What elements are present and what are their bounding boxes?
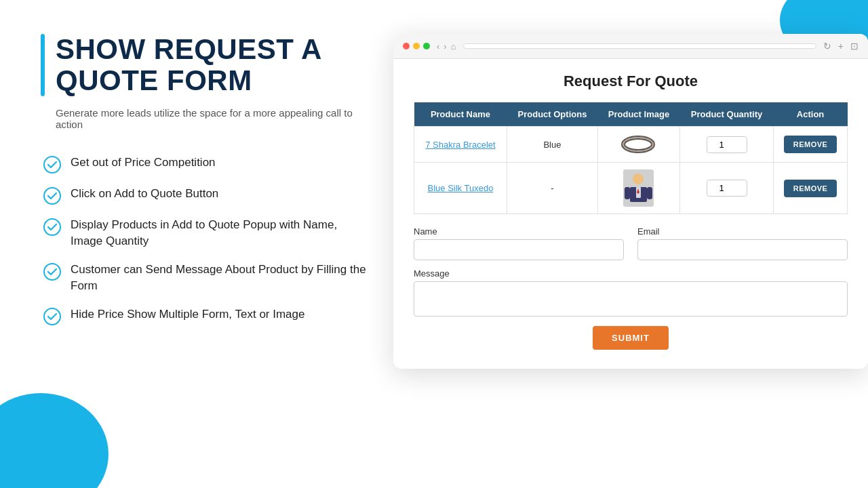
feature-text-3: Display Products in Add to Quote Popup w… xyxy=(71,217,366,249)
product-name-cell: 7 Shakra Bracelet xyxy=(414,127,507,163)
tuxedo-image-container xyxy=(604,169,674,207)
browser-dots xyxy=(403,43,430,49)
product-link-bracelet[interactable]: 7 Shakra Bracelet xyxy=(425,140,495,150)
action-cell-2: REMOVE xyxy=(774,163,848,214)
quantity-input-1[interactable] xyxy=(707,136,747,153)
email-label: Email xyxy=(637,226,848,237)
svg-point-2 xyxy=(44,219,60,235)
table-row: 7 Shakra Bracelet Blue xyxy=(414,127,848,163)
svg-rect-11 xyxy=(625,187,630,199)
form-group-message: Message xyxy=(414,268,848,317)
action-cell-1: REMOVE xyxy=(774,127,848,163)
page-title: SHOW REQUEST A QUOTE FORM xyxy=(56,34,366,96)
browser-refresh[interactable]: ↻ xyxy=(823,41,831,52)
address-bar[interactable] xyxy=(463,43,816,49)
col-header-product-options: Product Options xyxy=(507,102,597,127)
left-panel: SHOW REQUEST A QUOTE FORM Generate more … xyxy=(41,34,393,461)
list-item: Display Products in Add to Quote Popup w… xyxy=(43,217,366,249)
quote-table: Product Name Product Options Product Ima… xyxy=(414,102,848,214)
browser-content: Request For Quote Product Name Product O… xyxy=(393,59,868,369)
col-header-product-image: Product Image xyxy=(598,102,680,127)
feature-text-1: Get out of Price Competition xyxy=(71,155,216,171)
tuxedo-icon xyxy=(623,169,654,207)
form-group-name: Name xyxy=(414,226,624,260)
product-image-cell-bracelet xyxy=(598,127,680,163)
list-item: Hide Price Show Multiple Form, Text or I… xyxy=(43,306,366,325)
browser-nav: ‹ › ⌂ xyxy=(437,41,456,52)
bracelet-image-container xyxy=(604,134,674,155)
submit-button[interactable]: SUBMIT xyxy=(593,326,669,350)
product-options-cell: Blue xyxy=(507,127,597,163)
feature-text-5: Hide Price Show Multiple Form, Text or I… xyxy=(71,306,304,323)
remove-button-2[interactable]: REMOVE xyxy=(784,180,837,197)
feature-text-4: Customer can Send Message About Product … xyxy=(71,262,366,294)
check-icon xyxy=(43,187,61,205)
col-header-action: Action xyxy=(774,102,848,127)
browser-dot-yellow[interactable] xyxy=(413,43,420,49)
title-accent-bar xyxy=(41,34,45,96)
browser-dot-green[interactable] xyxy=(423,43,430,49)
browser-toolbar: ‹ › ⌂ ↻ + ⊡ xyxy=(393,34,868,59)
browser-window: ‹ › ⌂ ↻ + ⊡ Request For Quote Product Na… xyxy=(393,34,868,369)
product-options-cell-2: - xyxy=(507,163,597,214)
check-icon xyxy=(43,308,61,325)
title-bar: SHOW REQUEST A QUOTE FORM xyxy=(41,34,366,96)
browser-dot-red[interactable] xyxy=(403,43,410,49)
list-item: Customer can Send Message About Product … xyxy=(43,262,366,294)
message-textarea[interactable] xyxy=(414,281,848,317)
name-label: Name xyxy=(414,226,624,237)
product-quantity-cell-2 xyxy=(679,163,773,214)
feature-text-2: Click on Add to Quote Button xyxy=(71,186,218,202)
browser-more[interactable]: ⊡ xyxy=(850,41,859,52)
table-header-row: Product Name Product Options Product Ima… xyxy=(414,102,848,127)
page-subtitle: Generate more leads utilize the space fo… xyxy=(56,107,366,130)
col-header-product-quantity: Product Quantity xyxy=(679,102,773,127)
nav-home[interactable]: ⌂ xyxy=(451,41,456,52)
list-item: Click on Add to Quote Button xyxy=(43,186,366,205)
svg-point-3 xyxy=(44,264,60,280)
email-input[interactable] xyxy=(637,239,848,260)
check-icon xyxy=(43,263,61,281)
list-item: Get out of Price Competition xyxy=(43,155,366,174)
product-name-cell-2: Blue Silk Tuxedo xyxy=(414,163,507,214)
product-image-cell-tuxedo xyxy=(598,163,680,214)
form-name-email-row: Name Email xyxy=(414,226,848,260)
message-label: Message xyxy=(414,268,848,279)
right-panel: ‹ › ⌂ ↻ + ⊡ Request For Quote Product Na… xyxy=(393,34,868,461)
product-link-tuxedo[interactable]: Blue Silk Tuxedo xyxy=(428,183,494,193)
table-row: Blue Silk Tuxedo - xyxy=(414,163,848,214)
nav-forward[interactable]: › xyxy=(443,41,446,52)
quantity-input-2[interactable] xyxy=(707,180,747,197)
svg-point-1 xyxy=(44,188,60,204)
check-icon xyxy=(43,218,61,236)
check-icon xyxy=(43,156,61,174)
col-header-product-name: Product Name xyxy=(414,102,507,127)
product-quantity-cell xyxy=(679,127,773,163)
svg-point-9 xyxy=(633,174,644,184)
form-group-email: Email xyxy=(637,226,848,260)
quote-form-title: Request For Quote xyxy=(414,73,848,90)
bracelet-icon xyxy=(620,134,657,155)
nav-back[interactable]: ‹ xyxy=(437,41,439,52)
svg-point-4 xyxy=(44,308,60,325)
name-input[interactable] xyxy=(414,239,624,260)
svg-point-0 xyxy=(44,157,60,173)
svg-rect-12 xyxy=(647,187,652,199)
remove-button-1[interactable]: REMOVE xyxy=(784,136,837,153)
browser-add-tab[interactable]: + xyxy=(838,41,844,52)
features-list: Get out of Price Competition Click on Ad… xyxy=(43,155,366,325)
